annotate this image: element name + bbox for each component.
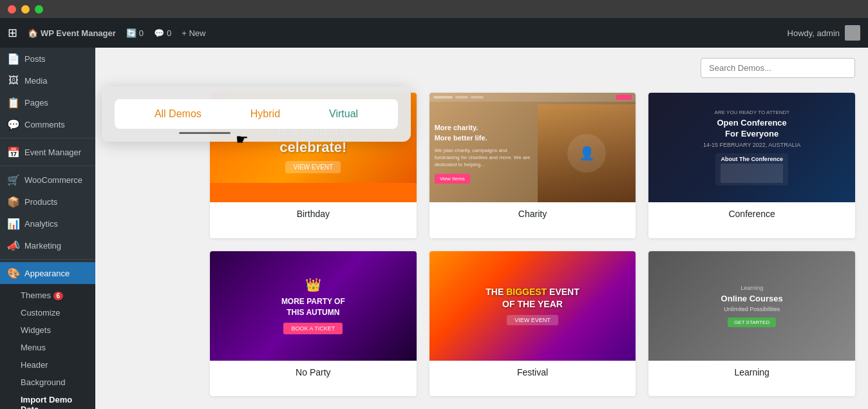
sidebar-item-products[interactable]: 📦 Products bbox=[0, 191, 95, 213]
updates-icon: 🔄 bbox=[126, 28, 137, 38]
party-btn[interactable]: BOOK A TICKET bbox=[283, 323, 343, 334]
conf-img-placeholder bbox=[721, 164, 783, 183]
charity-card-image: More charity. More better life. We plan … bbox=[429, 93, 636, 202]
marketing-icon: 📣 bbox=[8, 240, 19, 251]
demo-card-festival[interactable]: THE BIGGEST EVENTOF THE YEAR VIEW EVENT … bbox=[429, 251, 636, 397]
tab-indicator bbox=[179, 132, 231, 134]
learning-btn[interactable]: GET STARTED bbox=[728, 318, 776, 327]
updates-count: 0 bbox=[139, 28, 144, 38]
new-item[interactable]: + New bbox=[182, 28, 205, 38]
demo-card-charity[interactable]: More charity. More better life. We plan … bbox=[429, 93, 636, 238]
festival-hero-text: THE BIGGEST EVENTOF THE YEAR bbox=[486, 286, 579, 309]
comments-item[interactable]: 💬 0 bbox=[154, 28, 171, 38]
maximize-button[interactable] bbox=[35, 5, 43, 14]
close-button[interactable] bbox=[8, 5, 16, 14]
site-name-item[interactable]: 🏠 WP Event Manager bbox=[28, 28, 116, 38]
sidebar-item-marketing[interactable]: 📣 Marketing bbox=[0, 234, 95, 256]
birthday-btn: VIEW EVENT bbox=[285, 161, 341, 173]
sidebar-item-pages[interactable]: 📋 Pages bbox=[0, 91, 95, 113]
search-input[interactable] bbox=[701, 58, 855, 78]
conf-date: 14-15 FEBRUARY 2022, AUSTRALIA bbox=[703, 142, 800, 148]
woocommerce-icon: 🛒 bbox=[8, 174, 19, 185]
sidebar-item-event-manager[interactable]: 📅 Event Manager bbox=[0, 141, 95, 163]
menus-label: Menus bbox=[21, 343, 46, 352]
background-label: Background bbox=[21, 377, 65, 387]
charity-img-overlay: 👤 bbox=[538, 104, 636, 202]
analytics-icon: 📊 bbox=[8, 218, 19, 229]
birthday-bottom-bar bbox=[210, 183, 417, 202]
party-label: No Party bbox=[210, 361, 417, 384]
themes-badge: 6 bbox=[53, 292, 64, 300]
tab-buttons: All Demos Hybrid Virtual ☛ bbox=[115, 99, 398, 129]
comments-icon: 💬 bbox=[154, 28, 164, 38]
tab-hybrid[interactable]: Hybrid bbox=[245, 104, 285, 124]
demo-card-party[interactable]: 👑 MORE PARTY OFTHIS AUTUMN BOOK A TICKET… bbox=[210, 251, 417, 397]
search-bar-area bbox=[95, 48, 868, 88]
charity-nav-link1 bbox=[455, 96, 468, 99]
charity-hero-text: More charity. More better life. bbox=[435, 123, 533, 143]
sidebar-sub-widgets[interactable]: Widgets bbox=[0, 321, 95, 339]
header-label: Header bbox=[21, 360, 48, 370]
learning-sub-text: Unlimited Possibilities bbox=[724, 306, 780, 312]
sidebar-sub-customize[interactable]: Customize bbox=[0, 304, 95, 321]
festival-content: THE BIGGEST EVENTOF THE YEAR VIEW EVENT bbox=[486, 286, 579, 325]
sidebar-sub-header[interactable]: Header bbox=[0, 356, 95, 374]
festival-btn[interactable]: VIEW EVENT bbox=[507, 315, 558, 325]
charity-nav-logo bbox=[433, 96, 453, 99]
charity-person-placeholder: 👤 bbox=[567, 134, 606, 173]
sidebar-sub-import-demo[interactable]: Import Demo Data bbox=[0, 391, 95, 409]
minimize-button[interactable] bbox=[21, 5, 30, 14]
howdy-text: Howdy, admin bbox=[788, 28, 840, 38]
conference-label: Conference bbox=[648, 202, 855, 225]
sidebar-label-woocommerce: WooCommerce bbox=[24, 175, 82, 185]
comments-sidebar-icon: 💬 bbox=[8, 119, 19, 130]
birthday-label: Birthday bbox=[210, 202, 417, 225]
sidebar-sub-background[interactable]: Background bbox=[0, 374, 95, 391]
demo-card-conference[interactable]: ARE YOU READY TO ATTEND? Open Conference… bbox=[648, 93, 855, 238]
charity-nav-bar bbox=[429, 93, 636, 102]
sidebar-item-comments[interactable]: 💬 Comments bbox=[0, 113, 95, 135]
wp-logo-icon: ⊞ bbox=[8, 26, 17, 40]
sidebar-sub-menus[interactable]: Menus bbox=[0, 339, 95, 356]
comments-count: 0 bbox=[167, 28, 171, 38]
sidebar-label-comments: Comments bbox=[24, 120, 65, 129]
sidebar-label-marketing: Marketing bbox=[24, 241, 61, 251]
updates-item[interactable]: 🔄 0 bbox=[126, 28, 144, 38]
wp-logo-item[interactable]: ⊞ bbox=[8, 26, 17, 40]
sidebar-label-appearance: Appearance bbox=[24, 269, 70, 278]
sidebar-sub-themes[interactable]: Themes 6 bbox=[0, 287, 95, 304]
sidebar-item-analytics[interactable]: 📊 Analytics bbox=[0, 213, 95, 234]
charity-nav-btn bbox=[616, 95, 632, 100]
conference-card-image: ARE YOU READY TO ATTEND? Open Conference… bbox=[648, 93, 855, 202]
conf-about: About The Conference bbox=[715, 153, 788, 185]
sidebar-item-woocommerce[interactable]: 🛒 WooCommerce bbox=[0, 169, 95, 191]
sidebar-label-media: Media bbox=[24, 76, 47, 86]
wp-admin-bar: ⊞ 🏠 WP Event Manager 🔄 0 💬 0 + New Howdy… bbox=[0, 18, 868, 48]
learning-label: Learning bbox=[648, 361, 855, 384]
tab-all-demos[interactable]: All Demos bbox=[149, 104, 207, 124]
event-manager-icon: 📅 bbox=[8, 146, 19, 158]
conf-side-content: About The Conference bbox=[715, 153, 788, 185]
sidebar-label-posts: Posts bbox=[24, 54, 46, 64]
charity-left: More charity. More better life. We plan … bbox=[429, 104, 538, 202]
widgets-label: Widgets bbox=[21, 325, 51, 335]
site-name: WP Event Manager bbox=[41, 28, 116, 38]
party-hero-text: MORE PARTY OFTHIS AUTUMN bbox=[281, 296, 345, 318]
media-icon: 🖼 bbox=[8, 75, 19, 86]
demo-tabs-modal: All Demos Hybrid Virtual ☛ bbox=[102, 86, 411, 142]
charity-btn[interactable]: View Items bbox=[435, 174, 470, 184]
sidebar-label-analytics: Analytics bbox=[24, 219, 58, 229]
new-label: + New bbox=[182, 28, 205, 38]
pages-icon: 📋 bbox=[8, 97, 19, 108]
festival-label: Festival bbox=[429, 361, 636, 384]
products-icon: 📦 bbox=[8, 196, 19, 207]
content-area: All Demos Hybrid Virtual ☛ It's time to … bbox=[95, 48, 868, 409]
tab-virtual[interactable]: Virtual bbox=[324, 104, 363, 124]
sidebar-item-appearance[interactable]: 🎨 Appearance bbox=[0, 262, 95, 284]
avatar[interactable] bbox=[845, 25, 860, 41]
sidebar-item-posts[interactable]: 📄 Posts bbox=[0, 48, 95, 70]
sidebar-item-media[interactable]: 🖼 Media bbox=[0, 70, 95, 91]
demo-card-learning[interactable]: Learning Online Courses Unlimited Possib… bbox=[648, 251, 855, 397]
customize-label: Customize bbox=[21, 308, 60, 318]
party-crown-icon: 👑 bbox=[281, 277, 345, 292]
